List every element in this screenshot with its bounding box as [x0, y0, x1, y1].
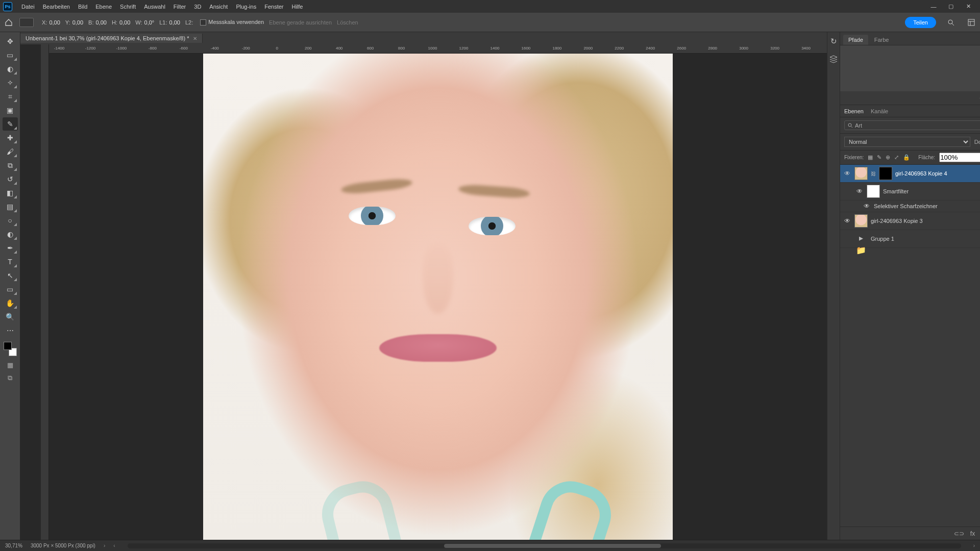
layer-mask-thumb[interactable]: [879, 167, 892, 180]
horizontal-scroll-thumb[interactable]: [444, 544, 661, 548]
layer-visibility-icon[interactable]: 👁: [843, 170, 851, 177]
tool-zoom[interactable]: 🔍: [3, 310, 18, 323]
foreground-color-swatch[interactable]: [4, 342, 12, 350]
tool-more[interactable]: ⋯: [3, 324, 18, 337]
tool-blur[interactable]: ○: [3, 214, 18, 227]
search-icon[interactable]: [945, 17, 957, 28]
tool-history[interactable]: ↺: [3, 172, 18, 186]
tool-gradient[interactable]: ▤: [3, 200, 18, 213]
menu-bearbeiten[interactable]: Bearbeiten: [39, 4, 74, 10]
use-scale-checkbox[interactable]: Messskala verwenden: [200, 19, 264, 26]
scroll-left-icon[interactable]: ‹: [113, 543, 115, 548]
tool-eraser[interactable]: ◧: [3, 186, 18, 199]
blend-mode-select[interactable]: Normal: [844, 137, 970, 147]
workspace-icon[interactable]: [966, 17, 977, 28]
canvas[interactable]: neu: [49, 54, 827, 540]
layer-name[interactable]: Selektiver Scharfzeichner: [874, 203, 980, 209]
layers-panel-icon[interactable]: [827, 53, 840, 65]
layer-name[interactable]: girl-2406963 Kopie 4: [895, 170, 980, 177]
tool-crop[interactable]: ⌗: [3, 90, 18, 103]
tool-lasso[interactable]: ◐: [3, 62, 18, 76]
lock-pixels-icon[interactable]: ▦: [868, 154, 873, 161]
horizontal-ruler[interactable]: -1400-1200-1000-800-600-400-200020040060…: [49, 44, 827, 54]
tool-eyedrop[interactable]: ✎: [3, 117, 18, 131]
color-swatches[interactable]: [3, 341, 18, 357]
layer-visibility-icon[interactable]: 👁: [843, 217, 851, 224]
layer-row[interactable]: 👁Selektiver Scharfzeichner≡: [840, 201, 980, 212]
menu-datei[interactable]: Datei: [17, 4, 39, 10]
layer-name[interactable]: girl-2406963 Kopie 3: [871, 218, 980, 224]
tool-pen[interactable]: ✒: [3, 241, 18, 255]
menu-filter[interactable]: Filter: [169, 4, 190, 10]
tool-brush[interactable]: 🖌: [3, 145, 18, 158]
link-icon[interactable]: ⛓: [871, 171, 876, 177]
tool-heal[interactable]: ✚: [3, 131, 18, 144]
menu-ansicht[interactable]: Ansicht: [205, 4, 232, 10]
window-minimize[interactable]: —: [925, 1, 942, 12]
layer-visibility-icon[interactable]: 👁: [855, 188, 864, 195]
layer-name[interactable]: Smartfilter: [883, 188, 980, 194]
layer-thumb[interactable]: [854, 214, 868, 228]
document-tab[interactable]: Unbenannt-1 bei 30,7% (girl-2406963 Kopi…: [20, 34, 203, 43]
layer-row[interactable]: 👁Smartfilter: [840, 183, 980, 201]
layer-row[interactable]: 👁⛓girl-2406963 Kopie 4◑ ▾: [840, 165, 980, 183]
tool-type[interactable]: T: [3, 255, 18, 268]
tool-marquee[interactable]: ▭: [3, 48, 18, 62]
lock-all-icon[interactable]: 🔒: [903, 154, 910, 161]
history-panel-icon[interactable]: ↻: [827, 35, 840, 47]
menu-hilfe[interactable]: Hilfe: [287, 4, 307, 10]
window-maximize[interactable]: ▢: [942, 1, 960, 12]
zoom-readout[interactable]: 30,71%: [5, 543, 22, 548]
scroll-right-icon[interactable]: ›: [973, 543, 975, 548]
fill-input[interactable]: [939, 153, 980, 162]
tool-dodge[interactable]: ◐: [3, 228, 18, 241]
menu-schrift[interactable]: Schrift: [116, 4, 140, 10]
menu-auswahl[interactable]: Auswahl: [140, 4, 169, 10]
doc-info-arrow-icon[interactable]: ›: [104, 543, 105, 548]
quickmask-icon[interactable]: ▦: [3, 359, 18, 370]
lock-paint-icon[interactable]: ✎: [877, 154, 881, 161]
tab-pfade[interactable]: Pfade: [843, 35, 868, 45]
layer-filter-type[interactable]: Art▾: [844, 120, 980, 130]
menu-3d[interactable]: 3D: [190, 4, 205, 10]
home-icon[interactable]: [3, 17, 14, 28]
layer-row[interactable]: 👁girl-2406963 Kopie 3: [840, 212, 980, 230]
readout-w: W:0,0°: [135, 19, 154, 26]
tool-path[interactable]: ↖: [3, 269, 18, 282]
clear-button[interactable]: Löschen: [337, 19, 358, 26]
horizontal-scrollbar[interactable]: [128, 543, 961, 548]
menu-plugins[interactable]: Plug-ins: [232, 4, 260, 10]
tab-farbe[interactable]: Farbe: [869, 35, 894, 45]
menu-bild[interactable]: Bild: [74, 4, 91, 10]
straighten-button[interactable]: Ebene gerade ausrichten: [269, 19, 332, 26]
layer-thumb[interactable]: [854, 167, 868, 180]
screenmode-icon[interactable]: ⧉: [3, 372, 18, 384]
tool-shape[interactable]: ▭: [3, 283, 18, 296]
tool-hand[interactable]: ✋: [3, 296, 18, 310]
vertical-ruler[interactable]: [41, 44, 49, 540]
ruler-tick: -800: [149, 46, 157, 51]
smartfilter-mask-thumb[interactable]: [867, 185, 880, 198]
lock-position-icon[interactable]: ⊕: [886, 154, 890, 161]
tool-wand[interactable]: ✧: [3, 76, 18, 89]
ruler-tool-icon[interactable]: [19, 18, 34, 27]
tool-move[interactable]: ✥: [3, 35, 18, 48]
tab-kanaele[interactable]: Kanäle: [871, 108, 888, 114]
layer-name[interactable]: Gruppe 1: [871, 236, 980, 242]
layer-filter-row: Art▾ ▭ ◐ T ⬚ ◧: [840, 117, 980, 134]
doc-info[interactable]: 3000 Px × 5000 Px (300 ppi): [31, 543, 95, 548]
window-close[interactable]: ✕: [960, 1, 977, 12]
tool-stamp[interactable]: ⧉: [3, 159, 18, 172]
share-button[interactable]: Teilen: [905, 17, 936, 28]
menu-fenster[interactable]: Fenster: [260, 4, 287, 10]
menu-ebene[interactable]: Ebene: [91, 4, 116, 10]
layer-fx-icon[interactable]: fx: [970, 530, 975, 537]
lock-artboard-icon[interactable]: ⤢: [894, 154, 899, 161]
link-layers-icon[interactable]: ⊂⊃: [954, 530, 964, 537]
tab-ebenen[interactable]: Ebenen: [844, 108, 864, 114]
tool-frame[interactable]: ▣: [3, 104, 18, 117]
close-tab-icon[interactable]: ✕: [193, 36, 197, 41]
layer-row[interactable]: ▸📁Gruppe 1: [840, 230, 980, 248]
layer-visibility-icon[interactable]: 👁: [863, 203, 871, 210]
ruler-tick: -400: [211, 46, 219, 51]
